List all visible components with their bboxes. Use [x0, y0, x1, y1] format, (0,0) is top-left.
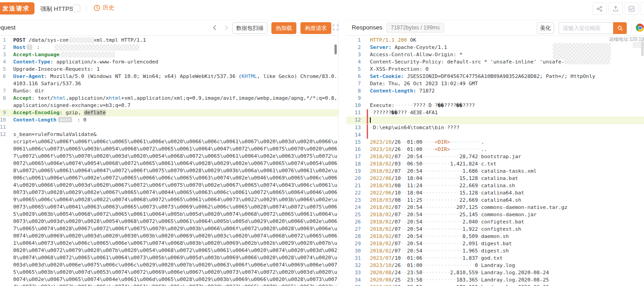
select-check-button[interactable]: [624, 2, 639, 15]
code-line: 12s_bean=ruleFormulaValidate&: [0, 131, 338, 138]
response-search-input[interactable]: [559, 22, 614, 34]
check-square-icon: [629, 6, 634, 12]
code-line: 1POST /data/sys-common/treexml.tmpl HTTP…: [0, 37, 338, 44]
line-number: 10: [346, 102, 361, 109]
line-number: 19: [346, 168, 361, 175]
request-panel: Request 数据包扫描 热加载 构造请求 1POST /data/sys-c…: [0, 20, 339, 286]
code-line: 9Accept-Encoding: gzip, deflate: [0, 109, 338, 116]
line-number: 32: [346, 262, 361, 269]
line-number: 27: [346, 226, 361, 233]
code-line: 252018/02/07··20:54············25,145·co…: [346, 211, 644, 218]
export-button[interactable]: [608, 2, 623, 15]
code-line: 272018/02/07··20:54·············1,922·co…: [346, 226, 644, 233]
response-meta-badge: 71872bytes / 199ms: [386, 23, 444, 33]
expand-icon: [333, 24, 339, 30]
blur-overlay: [54, 44, 139, 51]
line-number: 35: [346, 284, 361, 286]
code-line: 262018/02/07··20:54·············2,040·co…: [346, 218, 644, 226]
code-line: 11: [0, 124, 338, 131]
toolbar-divider: [86, 5, 87, 12]
line-number: 12: [346, 116, 361, 124]
expand-button[interactable]: [333, 24, 339, 30]
response-search-button[interactable]: [613, 22, 627, 34]
code-line: 8Accept: text/html,application/xhtml+xml…: [0, 95, 338, 109]
line-number: 21: [346, 182, 361, 189]
line-number: 5: [346, 66, 361, 73]
prev-request-button[interactable]: [211, 24, 220, 32]
line-number: 12: [0, 131, 6, 138]
line-number: 8: [346, 87, 361, 95]
clipped-toolbar-button[interactable]: [640, 2, 644, 15]
response-editor[interactable]: 1HTTP/1.1 200 OK2Server: Apache-Coyote/1…: [346, 37, 644, 286]
code-line: 7Date: Thu, 26 Oct 2023 13:02:49 GMT: [346, 80, 644, 87]
line-number: 9: [346, 95, 361, 102]
code-line: 7RunGo: dir: [0, 87, 338, 95]
top-toolbar: 发送请求 强制 HTTPS 历史: [0, 0, 644, 18]
line-number: 15: [346, 139, 361, 146]
code-line: 332020/08/24··23:50·········2,810,559·La…: [346, 269, 644, 276]
code-line: 172018/02/07··20:54············28,742·bo…: [346, 153, 644, 160]
code-line: 352020/08/26··23:58···········178,693·La…: [346, 284, 644, 286]
line-number: 4: [346, 58, 361, 66]
search-icon: [617, 25, 623, 31]
response-panel-header: Responses 71872bytes / 199ms 美化: [346, 20, 644, 36]
line-number: 11: [0, 124, 6, 131]
code-line: script=\u0062\u006f\u006f\u006c\u0065\u0…: [0, 138, 338, 286]
code-line: 342020/08/25··23:58···········183,365·La…: [346, 276, 644, 284]
blur-overlay: [60, 52, 115, 58]
code-line: 12: [346, 116, 644, 124]
code-line: 3Accept-Language:: [0, 51, 338, 58]
code-line: 152023/10/26··01:00····<DIR>··········.: [346, 139, 644, 146]
line-number: 1: [346, 37, 361, 44]
history-button[interactable]: 历史: [93, 4, 114, 12]
line-number: 34: [346, 276, 361, 284]
code-line: 6User-Agent: Mozilla/5.0 (Windows NT 10.…: [0, 73, 338, 87]
response-scrollbar-thumb[interactable]: [641, 41, 644, 56]
text-cursor: [370, 117, 371, 123]
code-line: 282018/02/07··20:54·············8,509·da…: [346, 233, 644, 240]
packet-scan-button[interactable]: 数据包扫描: [232, 22, 267, 34]
line-number: 14: [346, 131, 361, 139]
code-line: 4Content-Type: application/x-www-form-ur…: [0, 58, 338, 66]
response-panel-title: Responses: [352, 24, 383, 31]
code-line: 212018/03/08··11:24············22,669·ca…: [346, 182, 644, 189]
line-number: 7: [0, 87, 6, 95]
chrome-icon[interactable]: [636, 24, 644, 32]
line-number: 3: [346, 51, 361, 58]
code-line: 222022/06/10··18:04············15,128·ca…: [346, 189, 644, 197]
line-number: 33: [346, 269, 361, 276]
build-request-button[interactable]: 构造请求: [300, 22, 331, 34]
line-number: 2: [346, 44, 361, 51]
code-line: 322023/10/26··01:00·················0·La…: [346, 262, 644, 269]
hot-reload-button[interactable]: 热加载: [271, 22, 296, 34]
line-number: 5: [0, 66, 6, 73]
code-line: 13·D:\ekp\win64\tomcat\bin·????: [346, 124, 644, 131]
force-https-label: 强制 HTTPS: [40, 5, 73, 13]
app-window: { "toolbar": { "send": "发送请求", "force_ht…: [0, 0, 644, 286]
request-editor[interactable]: 1POST /data/sys-common/treexml.tmpl HTTP…: [0, 37, 338, 286]
line-number: 1: [0, 37, 6, 44]
chevron-left-icon: [211, 24, 220, 31]
beautify-button[interactable]: 美化: [537, 22, 554, 34]
code-line: 5Upgrade-Insecure-Requests: 1: [0, 66, 338, 73]
line-number: [0, 138, 6, 286]
line-number: 16: [346, 146, 361, 153]
next-request-button[interactable]: [223, 24, 231, 32]
line-number: 6: [0, 73, 6, 87]
code-line: 192018/02/07··20:54·············1,686·ca…: [346, 168, 644, 175]
code-line: 162023/10/26··01:00····<DIR>··········..: [346, 146, 644, 153]
code-line: 11·??????��???·4E3E-4FA1: [346, 109, 644, 116]
line-number: 10: [0, 116, 6, 124]
code-line: 242018/02/07··20:54···········207,125·co…: [346, 204, 644, 211]
line-number: 28: [346, 233, 361, 240]
line-number: 3: [0, 51, 6, 58]
request-scrollbar-thumb[interactable]: [334, 44, 337, 54]
request-panel-title: Request: [0, 24, 15, 31]
code-line: 2Host? :: [0, 44, 338, 51]
code-line: 232018/03/08··11:25············22,669·ca…: [346, 197, 644, 204]
force-https-checkbox[interactable]: [73, 5, 80, 12]
send-request-button[interactable]: 发送请求: [0, 2, 34, 15]
line-number: 24: [346, 204, 361, 211]
share-button[interactable]: [592, 2, 607, 15]
line-number: 23: [346, 197, 361, 204]
